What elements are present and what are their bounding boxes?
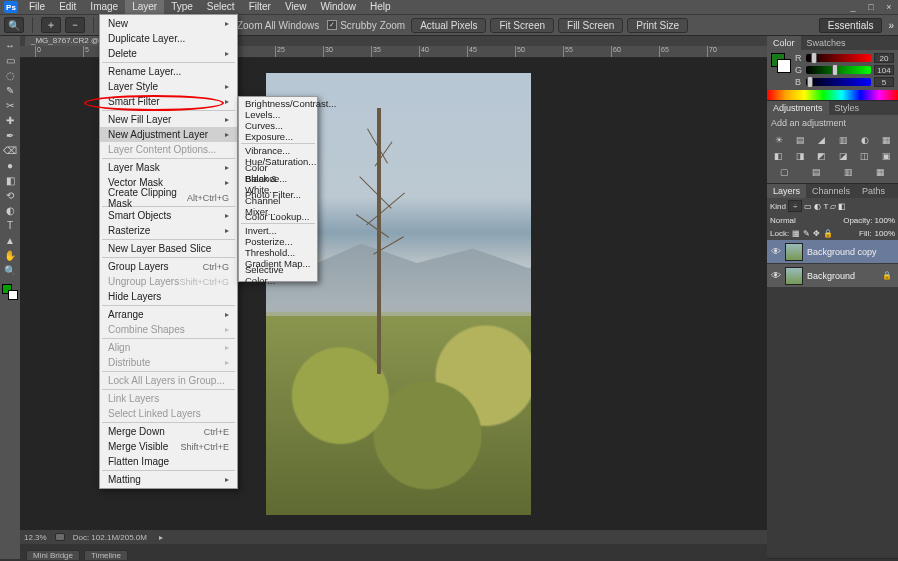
tool-8[interactable]: ● [2, 158, 18, 173]
kind-filter[interactable]: ÷ [788, 200, 802, 212]
submenu-item-levels[interactable]: Levels... [239, 109, 317, 120]
adjustment-icon[interactable]: ▤ [809, 166, 823, 178]
color-swatches[interactable] [2, 284, 18, 300]
filter-shape-icon[interactable]: ▱ [830, 202, 836, 211]
channels-tab[interactable]: Channels [806, 184, 856, 198]
lock-pixels-icon[interactable]: ✎ [803, 229, 810, 238]
actual-pixels-button[interactable]: Actual Pixels [411, 18, 486, 33]
tool-9[interactable]: ◧ [2, 173, 18, 188]
menu-item-matting[interactable]: Matting▸ [100, 472, 237, 487]
menu-item-new-layer-based-slice[interactable]: New Layer Based Slice [100, 241, 237, 256]
adjustment-icon[interactable]: ▦ [874, 166, 888, 178]
tool-1[interactable]: ▭ [2, 53, 18, 68]
adjustment-icon[interactable]: ▤ [793, 134, 807, 146]
menu-item-new-adjustment-layer[interactable]: New Adjustment Layer▸ [100, 127, 237, 142]
submenu-item-exposure[interactable]: Exposure... [239, 131, 317, 142]
print-size-button[interactable]: Print Size [627, 18, 688, 33]
menu-item-new-fill-layer[interactable]: New Fill Layer▸ [100, 112, 237, 127]
adjustment-icon[interactable]: ☀ [772, 134, 786, 146]
timeline-tab[interactable]: Timeline [84, 550, 128, 560]
submenu-item-posterize[interactable]: Posterize... [239, 236, 317, 247]
maximize-button[interactable]: □ [862, 0, 880, 14]
menu-item-create-clipping-mask[interactable]: Create Clipping MaskAlt+Ctrl+G [100, 190, 237, 205]
layer-name[interactable]: Background [803, 271, 855, 281]
menu-item-hide-layers[interactable]: Hide Layers [100, 289, 237, 304]
submenu-item-invert[interactable]: Invert... [239, 225, 317, 236]
tool-15[interactable]: 🔍 [2, 263, 18, 278]
layer-thumbnail[interactable] [785, 267, 803, 285]
menu-layer[interactable]: Layer [125, 0, 164, 14]
zoom-level[interactable]: 12.3% [24, 533, 47, 542]
tool-6[interactable]: ✒ [2, 128, 18, 143]
tool-10[interactable]: ⟲ [2, 188, 18, 203]
layer-row[interactable]: 👁Background🔒 [767, 264, 898, 288]
menu-window[interactable]: Window [313, 0, 363, 14]
menu-type[interactable]: Type [164, 0, 200, 14]
submenu-item-black-white[interactable]: Black & White... [239, 178, 317, 189]
tool-4[interactable]: ✂ [2, 98, 18, 113]
g-slider[interactable]: G104 [795, 65, 894, 75]
menu-item-flatten-image[interactable]: Flatten Image [100, 454, 237, 469]
menu-help[interactable]: Help [363, 0, 398, 14]
submenu-item-threshold[interactable]: Threshold... [239, 247, 317, 258]
fill-screen-button[interactable]: Fill Screen [558, 18, 623, 33]
tool-13[interactable]: ▲ [2, 233, 18, 248]
menu-select[interactable]: Select [200, 0, 242, 14]
adjustment-icon[interactable]: ▣ [879, 150, 893, 162]
b-slider[interactable]: B5 [795, 77, 894, 87]
menu-item-layer-mask[interactable]: Layer Mask▸ [100, 160, 237, 175]
tool-11[interactable]: ◐ [2, 203, 18, 218]
filter-smart-icon[interactable]: ◧ [838, 202, 846, 211]
workspace-selector[interactable]: Essentials [819, 18, 883, 33]
fill-input[interactable]: 100% [875, 229, 895, 238]
swatches-tab[interactable]: Swatches [801, 36, 852, 50]
adjustment-icon[interactable]: ◫ [858, 150, 872, 162]
lock-position-icon[interactable]: ✥ [813, 229, 820, 238]
tool-3[interactable]: ✎ [2, 83, 18, 98]
doc-info[interactable]: Doc: 102.1M/205.0M [73, 533, 147, 542]
menu-item-merge-visible[interactable]: Merge VisibleShift+Ctrl+E [100, 439, 237, 454]
menu-item-duplicate-layer[interactable]: Duplicate Layer... [100, 31, 237, 46]
menu-filter[interactable]: Filter [242, 0, 278, 14]
layers-tab[interactable]: Layers [767, 184, 806, 198]
fit-screen-button[interactable]: Fit Screen [490, 18, 554, 33]
tool-0[interactable]: ↔ [2, 38, 18, 53]
paths-tab[interactable]: Paths [856, 184, 891, 198]
submenu-item-color-lookup[interactable]: Color Lookup... [239, 211, 317, 222]
adjustment-icon[interactable]: ◢ [815, 134, 829, 146]
layer-name[interactable]: Background copy [803, 247, 877, 257]
visibility-icon[interactable]: 👁 [767, 246, 785, 257]
adjustment-icon[interactable]: ◨ [793, 150, 807, 162]
menu-item-merge-down[interactable]: Merge DownCtrl+E [100, 424, 237, 439]
menu-edit[interactable]: Edit [52, 0, 83, 14]
submenu-item-brightness-contrast[interactable]: Brightness/Contrast... [239, 98, 317, 109]
submenu-item-channel-mixer[interactable]: Channel Mixer... [239, 200, 317, 211]
adjustment-icon[interactable]: ▦ [879, 134, 893, 146]
scrubby-zoom-check[interactable]: ✓Scrubby Zoom [325, 20, 407, 31]
doc-info-arrow-icon[interactable]: ▸ [159, 533, 163, 542]
panel-menu-icon[interactable]: » [888, 20, 894, 31]
menu-item-arrange[interactable]: Arrange▸ [100, 307, 237, 322]
adjustment-icon[interactable]: ◐ [858, 134, 872, 146]
zoom-in-icon[interactable]: ＋ [41, 17, 61, 33]
current-tool-icon[interactable]: 🔍 [4, 17, 24, 33]
submenu-item-curves[interactable]: Curves... [239, 120, 317, 131]
menu-item-smart-objects[interactable]: Smart Objects▸ [100, 208, 237, 223]
filter-pixel-icon[interactable]: ▭ [804, 202, 812, 211]
tool-7[interactable]: ⌫ [2, 143, 18, 158]
menu-item-new[interactable]: New▸ [100, 16, 237, 31]
submenu-item-selective-color[interactable]: Selective Color... [239, 269, 317, 280]
menu-item-rasterize[interactable]: Rasterize▸ [100, 223, 237, 238]
adjustment-icon[interactable]: ▢ [777, 166, 791, 178]
menu-item-smart-filter[interactable]: Smart Filter▸ [100, 94, 237, 109]
hue-strip[interactable] [767, 90, 898, 100]
mini-bridge-tab[interactable]: Mini Bridge [26, 550, 80, 560]
panel-color-swatch[interactable] [771, 53, 791, 73]
filter-adjust-icon[interactable]: ◐ [814, 202, 821, 211]
submenu-item-vibrance[interactable]: Vibrance... [239, 145, 317, 156]
tool-14[interactable]: ✋ [2, 248, 18, 263]
tool-2[interactable]: ◌ [2, 68, 18, 83]
adjustments-tab[interactable]: Adjustments [767, 101, 829, 115]
opacity-input[interactable]: 100% [875, 216, 895, 225]
menu-view[interactable]: View [278, 0, 314, 14]
